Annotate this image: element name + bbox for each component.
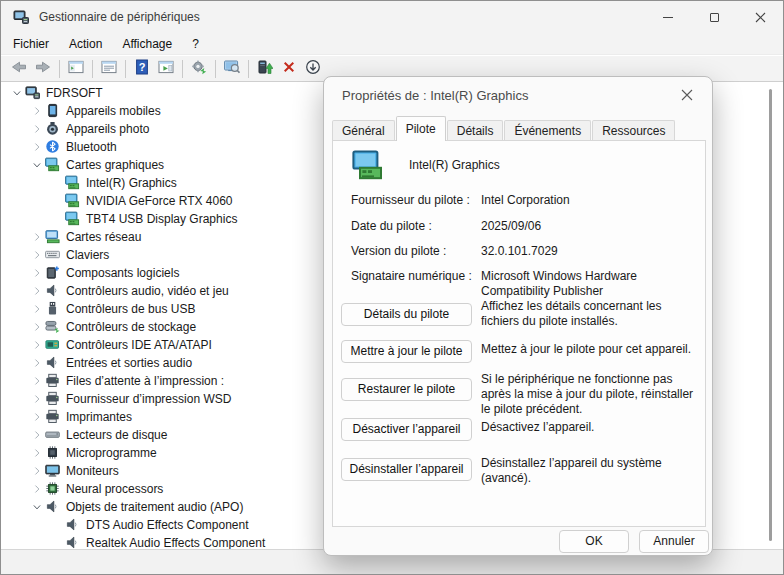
tree-item-label: Contrôleurs IDE ATA/ATAPI	[66, 338, 212, 352]
expander-placeholder	[49, 535, 65, 550]
uninstall-device-icon	[281, 59, 297, 78]
remote-monitor-button[interactable]	[220, 58, 244, 80]
toolbar-separator	[215, 60, 216, 78]
maximize-button[interactable]	[691, 1, 737, 33]
tree-item-label: Composants logiciels	[66, 266, 179, 280]
uninstall-device-button[interactable]	[277, 58, 301, 80]
chevron-right-icon[interactable]	[29, 373, 45, 389]
chevron-right-icon[interactable]	[29, 463, 45, 479]
dialog-close-icon	[681, 89, 693, 101]
d-sactiver-l-appareil-button[interactable]: Désactiver l’appareil	[341, 418, 472, 441]
tree-item-label: Claviers	[66, 248, 109, 262]
tab-v-nements[interactable]: Événements	[504, 120, 591, 141]
maximize-icon	[710, 13, 719, 22]
mettre-jour-le-pilote-button[interactable]: Mettre à jour le pilote	[341, 340, 472, 363]
tab-d-tails[interactable]: Détails	[447, 120, 504, 141]
speaker-icon	[45, 355, 61, 371]
chevron-right-icon[interactable]	[29, 247, 45, 263]
cancel-button[interactable]: Annuler	[639, 530, 709, 553]
svg-text:?: ?	[139, 61, 146, 73]
chevron-right-icon[interactable]	[29, 355, 45, 371]
expander-placeholder	[49, 193, 65, 209]
toolbar-separator	[92, 60, 93, 78]
tree-item-label: Objets de traitement audio (APO)	[66, 500, 243, 514]
chevron-right-icon[interactable]	[29, 265, 45, 281]
computer-icon	[25, 85, 41, 101]
chevron-right-icon[interactable]	[29, 337, 45, 353]
properties-window-button[interactable]	[97, 58, 121, 80]
toolbar-separator	[59, 60, 60, 78]
usb-icon	[45, 301, 61, 317]
menu-item-action[interactable]: Action	[59, 34, 112, 54]
d-sinstaller-l-appareil-description: Désinstallez l’appareil du système (avan…	[481, 456, 701, 486]
display-adapter-icon	[349, 149, 387, 181]
chevron-right-icon[interactable]	[29, 121, 45, 137]
printer-icon	[45, 373, 61, 389]
chevron-right-icon[interactable]	[29, 391, 45, 407]
tree-item-label: Imprimantes	[66, 410, 132, 424]
chevron-right-icon[interactable]	[29, 283, 45, 299]
chevron-right-icon[interactable]	[29, 481, 45, 497]
chevron-right-icon[interactable]	[29, 427, 45, 443]
expander-placeholder	[49, 175, 65, 191]
chevron-down-icon[interactable]	[29, 499, 45, 515]
properties-window-icon	[101, 59, 117, 78]
network-adapter-icon	[45, 229, 61, 245]
tree-scrollbar[interactable]	[769, 89, 772, 541]
update-driver-button[interactable]	[253, 58, 277, 80]
titlebar: Gestionnaire de périphériques	[1, 1, 783, 33]
minimize-icon	[663, 17, 673, 18]
chevron-right-icon[interactable]	[29, 139, 45, 155]
d-sinstaller-l-appareil-button[interactable]: Désinstaller l’appareil	[341, 458, 472, 481]
tree-item-label: FDRSOFT	[46, 86, 103, 100]
d-sactiver-l-appareil-description: Désactivez l’appareil.	[481, 420, 701, 435]
d-tails-du-pilote-button[interactable]: Détails du pilote	[341, 303, 472, 326]
monitor-icon	[45, 463, 61, 479]
show-console-button[interactable]	[154, 58, 178, 80]
display-adapter-icon	[65, 211, 81, 227]
help-button[interactable]: ?	[130, 58, 154, 80]
tab-ressources[interactable]: Ressources	[592, 120, 675, 141]
toolbar-separator	[125, 60, 126, 78]
chevron-right-icon[interactable]	[29, 409, 45, 425]
field-value-signataire-num-rique: Microsoft Windows Hardware Compatibility…	[481, 269, 703, 299]
chevron-right-icon[interactable]	[29, 229, 45, 245]
forward-button[interactable]	[31, 58, 55, 80]
dialog-tabstrip: GénéralPiloteDétailsÉvénementsRessources	[332, 119, 676, 141]
chevron-right-icon[interactable]	[29, 445, 45, 461]
tree-item-label: Microprogramme	[66, 446, 157, 460]
tree-item-label: Lecteurs de disque	[66, 428, 167, 442]
chevron-right-icon[interactable]	[29, 301, 45, 317]
keyboard-icon	[45, 247, 61, 263]
mettre-jour-le-pilote-description: Mettez à jour le pilote pour cet apparei…	[481, 342, 701, 357]
ok-button[interactable]: OK	[559, 530, 629, 553]
tab-pilote[interactable]: Pilote	[396, 116, 446, 141]
disable-device-button[interactable]	[301, 58, 325, 80]
speaker-icon	[65, 517, 81, 533]
chevron-down-icon[interactable]	[9, 85, 25, 101]
field-label-signataire-num-rique: Signataire numérique :	[351, 269, 481, 283]
scan-hardware-button[interactable]	[187, 58, 211, 80]
tab-g-n-ral[interactable]: Général	[332, 120, 395, 141]
toolbar-separator	[248, 60, 249, 78]
d-tails-du-pilote-description: Affichez les détails concernant les fich…	[481, 299, 701, 329]
back-button[interactable]	[7, 58, 31, 80]
display-adapter-icon	[65, 193, 81, 209]
console-window-button[interactable]	[64, 58, 88, 80]
menu-item-item[interactable]: ?	[182, 34, 209, 54]
chevron-right-icon[interactable]	[29, 319, 45, 335]
menu-item-affichage[interactable]: Affichage	[112, 34, 182, 54]
close-button[interactable]	[737, 1, 783, 33]
chevron-right-icon[interactable]	[29, 103, 45, 119]
help-icon: ?	[134, 59, 150, 78]
dialog-close-button[interactable]	[670, 81, 704, 109]
menu-item-fichier[interactable]: Fichier	[3, 34, 59, 54]
chevron-down-icon[interactable]	[29, 157, 45, 173]
driver-tab-page: Intel(R) Graphics Fournisseur du pilote …	[332, 140, 706, 527]
restaurer-le-pilote-button[interactable]: Restaurer le pilote	[341, 378, 472, 401]
tree-item-label: DTS Audio Effects Component	[86, 518, 249, 532]
minimize-button[interactable]	[645, 1, 691, 33]
firmware-icon	[45, 445, 61, 461]
device-manager-app-icon	[13, 9, 29, 25]
tree-item-label: TBT4 USB Display Graphics	[86, 212, 237, 226]
